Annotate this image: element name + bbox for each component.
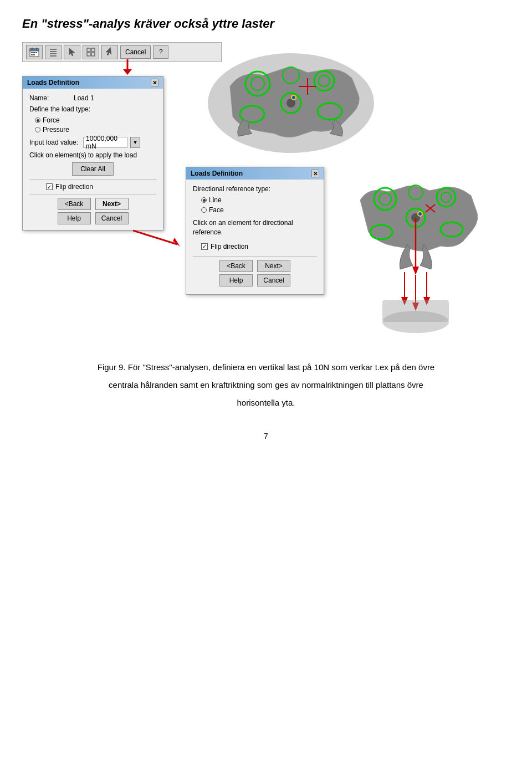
second-dialog-row: Loads Definition ✕ Directional reference…: [180, 167, 493, 344]
toolbar-cancel-button[interactable]: Cancel: [120, 45, 151, 59]
main-layout: Cancel ? Loads Definition ✕ Name:: [22, 42, 510, 344]
svg-rect-60: [382, 300, 449, 322]
figure-label: Figur 9.: [98, 362, 126, 372]
dialog1-cancel-button[interactable]: Cancel: [95, 212, 129, 224]
dialog2-flip-direction-label: Flip direction: [211, 243, 248, 250]
dialog2-click-text: Click on an element for directional refe…: [193, 218, 317, 237]
model-3d-right: [338, 167, 493, 344]
toolbar-btn-arrow-down[interactable]: [101, 45, 118, 59]
svg-marker-13: [69, 48, 75, 56]
dialog2-back-button[interactable]: <Back: [219, 260, 253, 272]
dialog1-clear-all-button[interactable]: Clear All: [72, 162, 114, 176]
page-number: 7: [22, 432, 510, 441]
dialog1-back-button[interactable]: <Back: [58, 198, 91, 210]
dialog1-load-type-label: Define the load type:: [29, 105, 101, 113]
toolbar-btn-cursor[interactable]: [64, 45, 80, 59]
model-3d-top: [197, 42, 385, 164]
dialog2-help-button[interactable]: Help: [219, 274, 253, 286]
dialog2-face-label: Face: [209, 206, 224, 214]
dialog2-line-label: Line: [209, 196, 222, 204]
caption-text3: horisontella yta.: [28, 396, 504, 409]
svg-rect-1: [30, 49, 39, 51]
svg-rect-15: [91, 48, 95, 52]
svg-marker-22: [173, 238, 180, 247]
dialog1-name-label: Name:: [29, 94, 74, 102]
svg-rect-8: [33, 54, 35, 55]
dialog1-radio-force[interactable]: [35, 117, 40, 123]
toolbar-btn-calendar[interactable]: [26, 45, 43, 59]
dialog2-title: Loads Definition: [191, 170, 243, 177]
dialog1-help-button[interactable]: Help: [58, 212, 91, 224]
svg-marker-20: [123, 69, 132, 75]
svg-rect-17: [91, 53, 95, 56]
svg-rect-6: [35, 52, 37, 53]
dialog1-close-button[interactable]: ✕: [151, 79, 158, 86]
dialog1-force-label: Force: [43, 116, 60, 124]
svg-point-36: [292, 96, 295, 99]
dialog1-title: Loads Definition: [27, 79, 79, 86]
caption-text2: centrala hålranden samt en kraftriktning…: [28, 378, 504, 392]
svg-marker-18: [105, 48, 115, 57]
dialog2-title-bar: Loads Definition ✕: [186, 167, 324, 180]
dialog1-title-bar: Loads Definition ✕: [23, 76, 163, 89]
right-column: Loads Definition ✕ Directional reference…: [180, 42, 510, 344]
right-model-area: [338, 167, 493, 344]
dialog2-close-button[interactable]: ✕: [311, 170, 319, 177]
svg-rect-5: [33, 52, 35, 53]
dialog2-flip-direction-checkbox[interactable]: ✓: [201, 243, 208, 250]
svg-rect-7: [31, 54, 33, 55]
dialog1-apply-text: Click on element(s) to apply the load: [29, 151, 156, 159]
dialog2-radio-line[interactable]: [201, 197, 207, 203]
toolbar-btn-grid[interactable]: [83, 45, 99, 59]
dialog1-name-value: Load 1: [74, 94, 94, 102]
svg-point-50: [418, 212, 422, 216]
dialog1-next-button[interactable]: Next>: [95, 198, 129, 210]
page-title: En "stress"-analys kräver också yttre la…: [22, 17, 510, 31]
dialog1-input-load-label: Input load value:: [29, 139, 78, 146]
dialog2-radio-face[interactable]: [201, 207, 207, 213]
svg-line-21: [133, 231, 177, 244]
dialog1-flip-direction-checkbox[interactable]: ✓: [46, 183, 53, 190]
svg-rect-14: [87, 48, 90, 52]
dialog1-load-value-field[interactable]: 10000,000 mN: [83, 137, 127, 148]
left-column: Cancel ? Loads Definition ✕ Name:: [22, 42, 172, 344]
dialog-loads-definition-2: Loads Definition ✕ Directional reference…: [186, 167, 324, 295]
dialog2-next-button[interactable]: Next>: [257, 260, 290, 272]
toolbar-help-button[interactable]: ?: [153, 45, 168, 59]
dialog1-pressure-label: Pressure: [43, 126, 69, 134]
dialog1-flip-direction-label: Flip direction: [55, 183, 93, 191]
dialog2-cancel-button[interactable]: Cancel: [257, 274, 290, 286]
toolbar-btn-list[interactable]: [45, 45, 62, 59]
caption-area: Figur 9. För "Stress"-analysen, definier…: [28, 361, 504, 409]
svg-rect-4: [31, 52, 33, 53]
dialog1-load-dropdown[interactable]: ▼: [130, 137, 140, 148]
top-model-area: [197, 42, 385, 164]
dialog-loads-definition-1: Loads Definition ✕ Name: Load 1 Define t…: [22, 76, 163, 231]
svg-rect-16: [87, 53, 90, 56]
dialog1-radio-pressure[interactable]: [35, 127, 40, 132]
dialog2-ref-label: Directional reference type:: [193, 185, 317, 193]
caption-text1b: För "Stress"-analysen, definiera en vert…: [128, 362, 434, 372]
